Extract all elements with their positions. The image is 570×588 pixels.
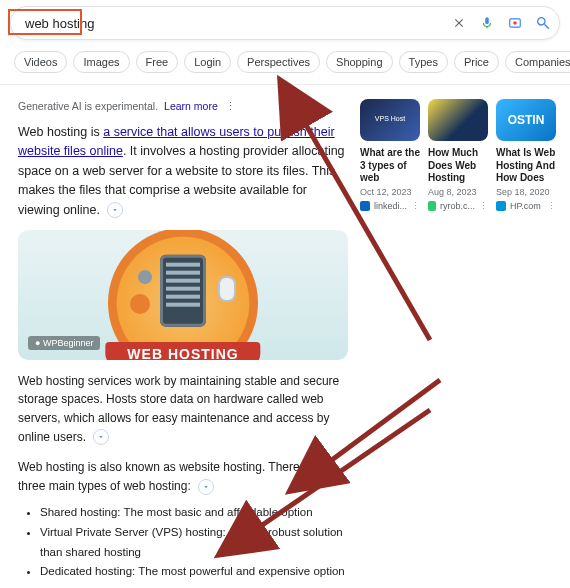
chip-free[interactable]: Free <box>136 51 179 73</box>
card-source: ryrob.c... <box>440 201 475 211</box>
search-input[interactable] <box>23 15 445 32</box>
list-item: Shared hosting: The most basic and affor… <box>40 503 348 523</box>
filter-chips-row: Videos Images Free Login Perspectives Sh… <box>14 50 560 74</box>
hero-source-badge: ● WPBeginner <box>28 336 100 350</box>
chip-companies[interactable]: Companies <box>505 51 570 73</box>
gear-icon <box>138 270 152 284</box>
source-cards-panel: What are the 3 types of web hosting... O… <box>360 99 560 588</box>
more-options-icon[interactable]: ⋮ <box>547 201 556 211</box>
card-source: linkedi... <box>374 201 407 211</box>
gear-icon <box>130 294 150 314</box>
gen-ai-notice: Generative AI is experimental. <box>18 100 158 112</box>
summary-prefix: Web hosting is <box>18 125 103 139</box>
learn-more-link[interactable]: Learn more <box>164 100 218 112</box>
expand-icon[interactable] <box>198 479 214 495</box>
svg-point-1 <box>513 21 517 25</box>
source-card[interactable]: How Much Does Web Hosting Cos... Aug 8, … <box>428 99 488 211</box>
chip-shopping[interactable]: Shopping <box>326 51 393 73</box>
server-illustration <box>160 255 206 327</box>
chip-types[interactable]: Types <box>399 51 448 73</box>
chip-price[interactable]: Price <box>454 51 499 73</box>
clear-icon[interactable] <box>451 15 467 31</box>
chip-perspectives[interactable]: Perspectives <box>237 51 320 73</box>
card-date: Aug 8, 2023 <box>428 187 488 197</box>
voice-search-icon[interactable] <box>479 15 495 31</box>
summary-paragraph-3: Web hosting is also known as website hos… <box>18 458 348 495</box>
card-title: What are the 3 types of web hosting... <box>360 147 420 183</box>
more-options-icon[interactable]: ⋮ <box>411 201 420 211</box>
divider <box>0 84 570 85</box>
more-options-icon[interactable]: ⋮ <box>224 99 238 113</box>
card-date: Oct 12, 2023 <box>360 187 420 197</box>
hosting-types-list: Shared hosting: The most basic and affor… <box>18 503 348 581</box>
card-title: How Much Does Web Hosting Cos... <box>428 147 488 183</box>
chip-videos[interactable]: Videos <box>14 51 67 73</box>
favicon-icon <box>360 201 370 211</box>
hero-ribbon-text: WEB HOSTING <box>105 342 260 360</box>
favicon-icon <box>428 201 436 211</box>
card-source: HP.com <box>510 201 541 211</box>
expand-icon[interactable] <box>93 429 109 445</box>
chip-login[interactable]: Login <box>184 51 231 73</box>
card-date: Sep 18, 2020 <box>496 187 556 197</box>
search-bar[interactable] <box>10 6 560 40</box>
card-thumbnail <box>428 99 488 141</box>
list-item: Virtual Private Server (VPS) hosting: A … <box>40 523 348 562</box>
mouse-illustration <box>218 276 236 302</box>
card-thumbnail <box>360 99 420 141</box>
list-item: Dedicated hosting: The most powerful and… <box>40 562 348 582</box>
chip-images[interactable]: Images <box>73 51 129 73</box>
card-title: What Is Web Hosting And How Does It... <box>496 147 556 183</box>
ai-summary-intro: Web hosting is a service that allows use… <box>18 123 348 220</box>
image-search-icon[interactable] <box>507 15 523 31</box>
source-card[interactable]: What are the 3 types of web hosting... O… <box>360 99 420 211</box>
expand-icon[interactable] <box>107 202 123 218</box>
more-options-icon[interactable]: ⋮ <box>479 201 488 211</box>
search-icon[interactable] <box>535 15 551 31</box>
card-thumbnail: OSTIN <box>496 99 556 141</box>
favicon-icon <box>496 201 506 211</box>
source-card[interactable]: OSTIN What Is Web Hosting And How Does I… <box>496 99 556 211</box>
hero-image[interactable]: ● WPBeginner WEB HOSTING <box>18 230 348 360</box>
summary-paragraph-2: Web hosting services work by maintaining… <box>18 372 348 446</box>
